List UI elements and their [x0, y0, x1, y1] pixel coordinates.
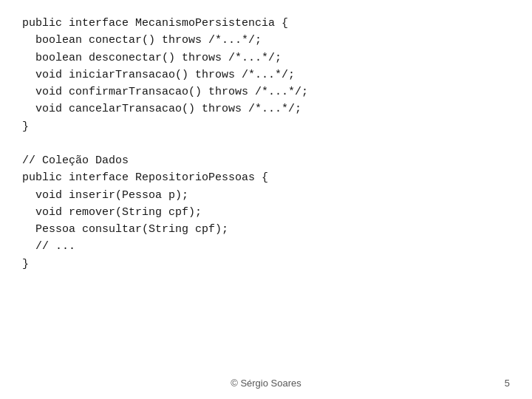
footer-copyright: © Sérgio Soares [231, 378, 301, 389]
footer-page: 5 [505, 378, 510, 389]
main-content: public interface MecanismoPersistencia {… [0, 0, 532, 399]
footer: © Sérgio Soares [0, 378, 532, 389]
code-block: public interface MecanismoPersistencia {… [22, 15, 510, 273]
